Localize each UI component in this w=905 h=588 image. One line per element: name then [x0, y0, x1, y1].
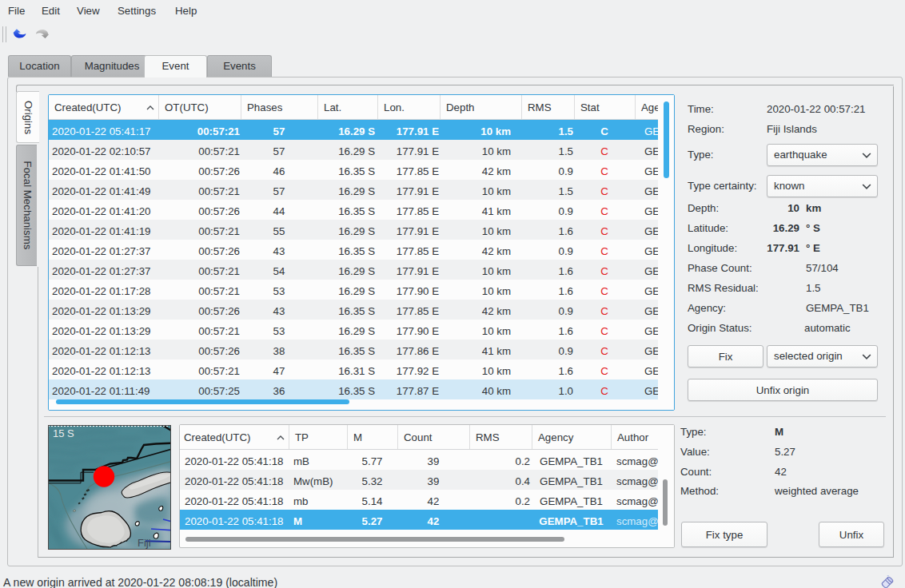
svg-text:15 S: 15 S: [53, 427, 74, 439]
svg-text:Fiji: Fiji: [138, 537, 151, 549]
